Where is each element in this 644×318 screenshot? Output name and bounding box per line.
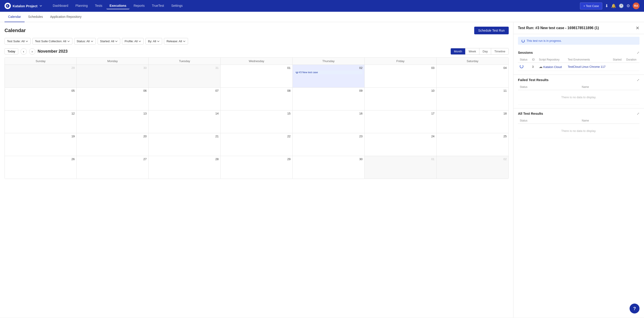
test-env-link[interactable]: TestCloud Linux Chrome 117 — [568, 65, 606, 68]
calendar-week-4: 19 20 21 22 23 24 25 — [5, 133, 508, 156]
calendar-day-headers: Sunday Monday Tuesday Wednesday Thursday… — [5, 58, 508, 65]
script-repo-link[interactable]: Katalon Cloud — [544, 65, 562, 69]
filter-release[interactable]: Release: All — [164, 38, 188, 45]
cal-cell[interactable]: 04 — [436, 65, 508, 87]
view-month-button[interactable]: Month — [451, 48, 466, 54]
failed-results-expand-icon[interactable]: ⤢ — [637, 78, 640, 82]
nav-dashboard[interactable]: Dashboard — [50, 3, 72, 9]
new-test-case-button[interactable]: + Test Case — [580, 3, 602, 10]
sessions-section: Sessions ⤢ Status ID Script Repository T… — [514, 47, 644, 75]
cal-cell[interactable]: 11 — [436, 88, 508, 110]
today-button[interactable]: Today — [4, 48, 18, 54]
cal-event[interactable]: #3 New test case — [294, 70, 362, 74]
cal-cell[interactable]: 20 — [77, 133, 148, 156]
history-icon[interactable]: 🕐 — [619, 4, 624, 8]
cal-cell[interactable]: 01 — [220, 65, 292, 87]
cal-cell[interactable]: 15 — [220, 110, 292, 133]
cal-cell[interactable]: 13 — [77, 110, 148, 133]
schedule-test-run-button[interactable]: Schedule Test Run — [474, 27, 509, 34]
nav-reports[interactable]: Reports — [130, 3, 148, 9]
settings-icon[interactable]: ⚙ — [626, 4, 630, 8]
cal-cell[interactable]: 01 — [364, 156, 436, 179]
view-timeline-button[interactable]: Timeline — [491, 48, 508, 54]
view-buttons: Month Week Day Timeline — [450, 48, 509, 55]
avatar[interactable]: RA — [633, 3, 640, 9]
filter-test-suite[interactable]: Test Suite: All — [4, 38, 31, 45]
filter-status[interactable]: Status: All — [74, 38, 96, 45]
cal-cell-today[interactable]: 02 #3 New test case — [293, 65, 364, 87]
table-row: 3 ☁ Katalon Cloud TestCloud Linux Chrome… — [518, 63, 640, 71]
failed-results-table: Status Name There is no data to display. — [518, 84, 640, 105]
close-button[interactable]: ✕ — [636, 26, 640, 30]
cal-cell[interactable]: 07 — [148, 88, 220, 110]
cal-cell[interactable]: 23 — [293, 133, 364, 156]
cal-cell[interactable]: 16 — [293, 110, 364, 133]
view-week-button[interactable]: Week — [466, 48, 480, 54]
filters-row: Test Suite: All Test Suite Collection: A… — [4, 38, 509, 45]
cal-cell[interactable]: 25 — [436, 133, 508, 156]
cal-cell[interactable]: 29 — [5, 65, 77, 87]
cal-cell[interactable]: 26 — [5, 156, 77, 179]
cal-cell[interactable]: 02 — [436, 156, 508, 179]
tab-calendar[interactable]: Calendar — [4, 12, 24, 22]
cal-cell[interactable]: 29 — [220, 156, 292, 179]
tab-schedules[interactable]: Schedules — [24, 12, 46, 22]
chevron-down-icon — [157, 40, 160, 43]
notification-icon[interactable]: 🔔 — [611, 4, 616, 8]
cal-cell[interactable]: 14 — [148, 110, 220, 133]
cal-cell[interactable]: 28 — [148, 156, 220, 179]
brand[interactable]: K Katalon Project — [4, 3, 42, 9]
all-results-title: All Test Results — [518, 112, 543, 115]
sessions-header: Sessions ⤢ — [518, 47, 640, 57]
view-day-button[interactable]: Day — [480, 48, 491, 54]
cal-cell[interactable]: 27 — [77, 156, 148, 179]
chevron-down-icon — [67, 40, 70, 43]
download-icon[interactable]: ⬇ — [605, 4, 608, 8]
prev-month-button[interactable]: ‹ — [20, 48, 27, 55]
nav-links: Dashboard Planning Tests Executions Repo… — [50, 3, 578, 9]
cal-cell[interactable]: 21 — [148, 133, 220, 156]
sessions-title: Sessions — [518, 51, 533, 54]
filter-test-suite-collection[interactable]: Test Suite Collection: All — [32, 38, 72, 45]
col-test-env: Test Environments — [566, 57, 611, 63]
sessions-expand-icon[interactable]: ⤢ — [637, 51, 640, 54]
cal-cell[interactable]: 03 — [364, 65, 436, 87]
support-button[interactable]: ? — [630, 303, 640, 313]
calendar-grid: Sunday Monday Tuesday Wednesday Thursday… — [4, 57, 509, 179]
cal-cell[interactable]: 06 — [77, 88, 148, 110]
col-status: Status — [518, 118, 580, 124]
col-status: Status — [518, 57, 530, 63]
filter-started[interactable]: Started: All — [98, 38, 120, 45]
filter-by[interactable]: By: All — [146, 38, 162, 45]
cal-cell[interactable]: 24 — [364, 133, 436, 156]
cal-cell[interactable]: 30 — [293, 156, 364, 179]
chevron-down-icon — [115, 40, 118, 43]
col-id: ID — [530, 57, 537, 63]
day-header-monday: Monday — [77, 58, 148, 65]
cal-cell[interactable]: 30 — [77, 65, 148, 87]
nav-truetest[interactable]: TrueTest — [148, 3, 167, 9]
cal-cell[interactable]: 22 — [220, 133, 292, 156]
nav-settings[interactable]: Settings — [168, 3, 186, 9]
cal-cell[interactable]: 09 — [293, 88, 364, 110]
cal-cell[interactable]: 08 — [220, 88, 292, 110]
cal-cell[interactable]: 31 — [148, 65, 220, 87]
nav-tests[interactable]: Tests — [92, 3, 106, 9]
progress-message: This test run is in progress. — [526, 39, 562, 43]
failed-results-header: Failed Test Results ⤢ — [518, 75, 640, 84]
nav-executions[interactable]: Executions — [106, 3, 130, 9]
col-duration: Duration — [624, 57, 640, 63]
nav-actions: + Test Case ⬇ 🔔 🕐 ⚙ RA — [580, 3, 640, 10]
cal-cell[interactable]: 10 — [364, 88, 436, 110]
cal-cell[interactable]: 12 — [5, 110, 77, 133]
cal-cell[interactable]: 17 — [364, 110, 436, 133]
cal-cell[interactable]: 05 — [5, 88, 77, 110]
tab-application-repository[interactable]: Application Repository — [46, 12, 85, 22]
nav-planning[interactable]: Planning — [72, 3, 91, 9]
cal-cell[interactable]: 19 — [5, 133, 77, 156]
next-month-button[interactable]: › — [29, 48, 36, 55]
cal-cell[interactable]: 18 — [436, 110, 508, 133]
filter-profile[interactable]: Profile: All — [122, 38, 144, 45]
brand-logo: K — [4, 3, 11, 9]
all-results-expand-icon[interactable]: ⤢ — [637, 112, 640, 115]
